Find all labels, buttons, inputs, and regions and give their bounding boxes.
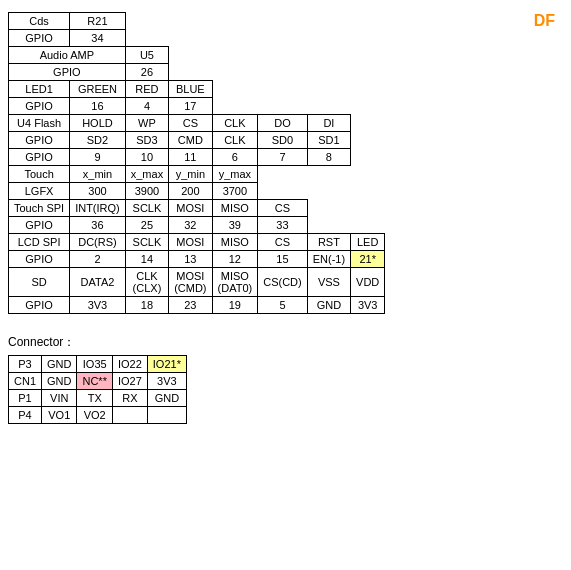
cell: IO22 bbox=[112, 356, 147, 373]
cell: CS bbox=[258, 234, 308, 251]
cell: 33 bbox=[258, 217, 308, 234]
cell: x_min bbox=[70, 166, 126, 183]
cell: GPIO bbox=[9, 217, 70, 234]
cell-highlighted: IO21* bbox=[147, 356, 186, 373]
cell: CS bbox=[169, 115, 212, 132]
cell: HOLD bbox=[70, 115, 126, 132]
cell: 16 bbox=[70, 98, 126, 115]
cell: DI bbox=[307, 115, 350, 132]
cell: MOSI(CMD) bbox=[169, 268, 212, 297]
cell: P4 bbox=[9, 407, 42, 424]
cell: 23 bbox=[169, 297, 212, 314]
page-container: DF Cds R21 GPIO 34 Audio AMP U5 bbox=[8, 12, 563, 424]
main-table: Cds R21 GPIO 34 Audio AMP U5 GPIO 26 bbox=[8, 12, 385, 314]
table-row: GPIO SD2 SD3 CMD CLK SD0 SD1 bbox=[9, 132, 385, 149]
cell: 9 bbox=[70, 149, 126, 166]
cell: 10 bbox=[125, 149, 168, 166]
cell: P3 bbox=[9, 356, 42, 373]
cell: CLK bbox=[212, 132, 258, 149]
cell: LGFX bbox=[9, 183, 70, 200]
cell: VSS bbox=[307, 268, 350, 297]
cell: GREEN bbox=[70, 81, 126, 98]
cell: BLUE bbox=[169, 81, 212, 98]
table-row: GPIO 34 bbox=[9, 30, 385, 47]
cell: VO2 bbox=[77, 407, 112, 424]
cell: SCLK bbox=[125, 200, 168, 217]
cell: DO bbox=[258, 115, 308, 132]
cell: GND bbox=[307, 297, 350, 314]
cell: GPIO bbox=[9, 251, 70, 268]
cell: 32 bbox=[169, 217, 212, 234]
cell: SD2 bbox=[70, 132, 126, 149]
cell: 3900 bbox=[125, 183, 168, 200]
cell: 19 bbox=[212, 297, 258, 314]
table-row: LGFX 300 3900 200 3700 bbox=[9, 183, 385, 200]
cell: 3V3 bbox=[70, 297, 126, 314]
cell: 200 bbox=[169, 183, 212, 200]
cell: GND bbox=[147, 390, 186, 407]
cell: 39 bbox=[212, 217, 258, 234]
cell: LCD SPI bbox=[9, 234, 70, 251]
table-row: Touch x_min x_max y_min y_max bbox=[9, 166, 385, 183]
cell: GND bbox=[42, 356, 77, 373]
cell: 300 bbox=[70, 183, 126, 200]
table-row: GPIO 9 10 11 6 7 8 bbox=[9, 149, 385, 166]
cell: SCLK bbox=[125, 234, 168, 251]
cell: RST bbox=[307, 234, 350, 251]
connector-label: Connector： bbox=[8, 334, 563, 351]
cell: 8 bbox=[307, 149, 350, 166]
table-row: Audio AMP U5 bbox=[9, 47, 385, 64]
cell: INT(IRQ) bbox=[70, 200, 126, 217]
cell: GPIO bbox=[9, 149, 70, 166]
cell: GPIO bbox=[9, 30, 70, 47]
table-row: GPIO 26 bbox=[9, 64, 385, 81]
cell: LED1 bbox=[9, 81, 70, 98]
cell: GPIO bbox=[9, 132, 70, 149]
cell: WP bbox=[125, 115, 168, 132]
cell: U4 Flash bbox=[9, 115, 70, 132]
cell: SD0 bbox=[258, 132, 308, 149]
table-row: GPIO 2 14 13 12 15 EN(-1) 21* bbox=[9, 251, 385, 268]
cell: 14 bbox=[125, 251, 168, 268]
table-row: Touch SPI INT(IRQ) SCLK MOSI MISO CS bbox=[9, 200, 385, 217]
table-row: P4 VO1 VO2 bbox=[9, 407, 187, 424]
table-row: GPIO 3V3 18 23 19 5 GND 3V3 bbox=[9, 297, 385, 314]
cell bbox=[147, 407, 186, 424]
cell: 3V3 bbox=[147, 373, 186, 390]
cell: MISO(DAT0) bbox=[212, 268, 258, 297]
cell: 12 bbox=[212, 251, 258, 268]
cell: P1 bbox=[9, 390, 42, 407]
cell: x_max bbox=[125, 166, 168, 183]
cell: y_max bbox=[212, 166, 258, 183]
cell: 18 bbox=[125, 297, 168, 314]
table-row: U4 Flash HOLD WP CS CLK DO DI bbox=[9, 115, 385, 132]
cell: IO35 bbox=[77, 356, 112, 373]
cell: MISO bbox=[212, 234, 258, 251]
table-row: P1 VIN TX RX GND bbox=[9, 390, 187, 407]
cell: 5 bbox=[258, 297, 308, 314]
cell: CN1 bbox=[9, 373, 42, 390]
cell: MOSI bbox=[169, 234, 212, 251]
cell: 36 bbox=[70, 217, 126, 234]
cell-highlighted-pink: NC** bbox=[77, 373, 112, 390]
cell: 2 bbox=[70, 251, 126, 268]
table-row: SD DATA2 CLK(CLX) MOSI(CMD) MISO(DAT0) C… bbox=[9, 268, 385, 297]
cell: CS(CD) bbox=[258, 268, 308, 297]
cell: RED bbox=[125, 81, 168, 98]
table-row: P3 GND IO35 IO22 IO21* bbox=[9, 356, 187, 373]
cell: Touch bbox=[9, 166, 70, 183]
cell: VDD bbox=[351, 268, 385, 297]
cell-highlighted: 21* bbox=[351, 251, 385, 268]
cell: 6 bbox=[212, 149, 258, 166]
cell: GPIO bbox=[9, 297, 70, 314]
table-row: Cds R21 bbox=[9, 13, 385, 30]
cell: CS bbox=[258, 200, 308, 217]
cell: DC(RS) bbox=[70, 234, 126, 251]
df-label: DF bbox=[534, 12, 555, 30]
table-row: GPIO 16 4 17 bbox=[9, 98, 385, 115]
cell: 17 bbox=[169, 98, 212, 115]
cell: GPIO bbox=[9, 64, 126, 81]
cell: 25 bbox=[125, 217, 168, 234]
cell: VIN bbox=[42, 390, 77, 407]
cell: Audio AMP bbox=[9, 47, 126, 64]
